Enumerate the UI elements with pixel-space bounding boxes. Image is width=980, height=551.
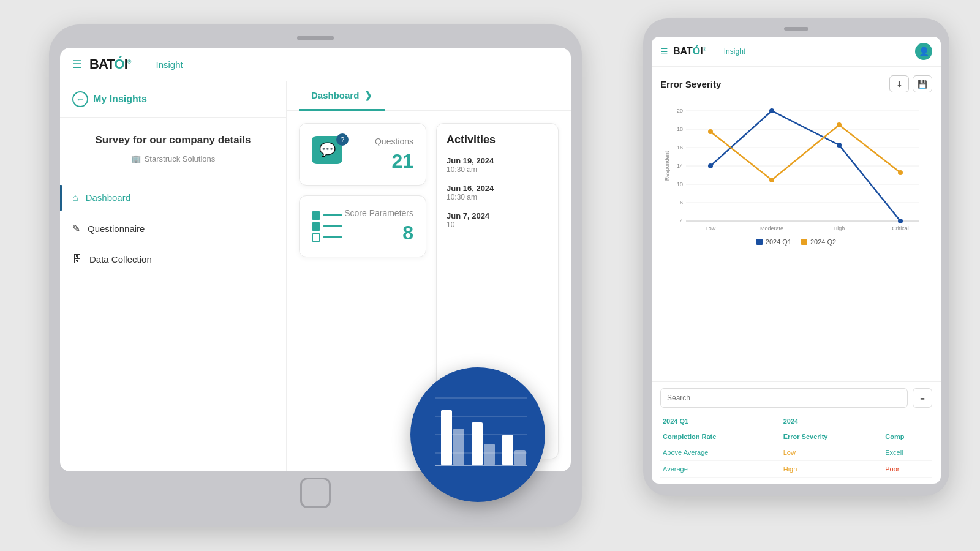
small-tablet-camera <box>784 27 809 31</box>
list-view-button[interactable]: ≡ <box>913 388 932 408</box>
building-icon: 🏢 <box>131 154 141 163</box>
questions-label: Questions <box>375 137 413 146</box>
home-icon: ⌂ <box>72 192 78 203</box>
th-empty <box>883 414 932 429</box>
q2-dot-moderate <box>769 178 774 182</box>
questions-value: 21 <box>375 150 413 173</box>
table-header-row: 2024 Q1 2024 <box>660 414 932 429</box>
activity-item-3: Jun 7, 2024 10 <box>447 211 548 229</box>
score-parameters-value: 8 <box>344 222 413 244</box>
svg-text:10: 10 <box>677 181 683 187</box>
activity-date-2: Jun 16, 2024 <box>447 184 548 193</box>
sidebar-item-dashboard[interactable]: ⌂ Dashboard <box>60 182 286 213</box>
checkbox-3 <box>312 233 320 242</box>
chart-buttons: ⬇ 💾 <box>889 75 932 92</box>
avatar[interactable]: 👤 <box>915 43 932 60</box>
line-chart: Respondent 20 18 16 14 <box>660 99 932 233</box>
activity-time-1: 10:30 am <box>447 165 548 174</box>
activity-item-1: Jun 19, 2024 10:30 am <box>447 156 548 174</box>
q1-dot-critical <box>898 219 903 223</box>
bar-chart-svg <box>423 386 533 484</box>
questions-info: Questions 21 <box>375 137 413 173</box>
activity-item-2: Jun 16, 2024 10:30 am <box>447 184 548 201</box>
score-parameters-info: Score Parameters 8 <box>344 208 413 244</box>
search-input[interactable] <box>667 394 901 402</box>
score-parameters-card: Score Parameters 8 <box>299 195 426 257</box>
company-name: Starstruck Solutions <box>145 154 216 163</box>
survey-title: Survey for our company details <box>72 132 274 148</box>
table-row: Average High Poor <box>660 461 932 478</box>
svg-text:Moderate: Moderate <box>760 225 783 231</box>
circle-badge <box>410 367 545 502</box>
q2-dot-low <box>708 129 713 134</box>
chart-title: Error Severity <box>660 79 721 89</box>
td-completion-rate-1: Above Average <box>660 444 781 461</box>
svg-text:20: 20 <box>677 108 683 114</box>
cards-column: 💬 ? Questions 21 <box>299 123 426 459</box>
td-error-severity-1: Low <box>781 444 883 461</box>
insight-label: Insight <box>156 59 183 70</box>
svg-text:18: 18 <box>677 126 683 132</box>
td-completion-rate-2: Average <box>660 461 781 478</box>
survey-company: 🏢 Starstruck Solutions <box>72 154 274 163</box>
td-comp-2: Poor <box>883 461 932 478</box>
questionnaire-icon: ✎ <box>72 223 80 234</box>
activities-title: Activities <box>447 133 548 146</box>
svg-text:4: 4 <box>680 218 683 224</box>
legend-q2-label: 2024 Q2 <box>810 238 836 246</box>
data-table: 2024 Q1 2024 Completion Rate Error Sever… <box>660 414 932 478</box>
home-button[interactable] <box>300 478 331 508</box>
small-insight-label: Insight <box>724 47 745 56</box>
svg-text:14: 14 <box>677 163 683 169</box>
td-error-severity-2: High <box>781 461 883 478</box>
small-tablet-screen: ☰ BATÓI® Insight 👤 Error Severity ⬇ 💾 <box>652 37 941 484</box>
table-row: Above Average Low Excell <box>660 444 932 461</box>
dashboard-label: Dashboard <box>86 192 130 203</box>
my-insights-button[interactable]: ← My Insights <box>60 81 286 118</box>
header-divider <box>143 57 143 72</box>
th-2024: 2024 <box>781 414 883 429</box>
questions-icon-area: 💬 ? <box>312 136 349 173</box>
svg-text:Critical: Critical <box>892 225 909 231</box>
svg-text:High: High <box>834 225 845 231</box>
th-q1: 2024 Q1 <box>660 414 781 429</box>
sidebar-item-data-collection[interactable]: 🗄 Data Collection <box>60 244 286 275</box>
search-input-wrap[interactable] <box>660 388 908 408</box>
small-app-header: ☰ BATÓI® Insight 👤 <box>652 37 941 67</box>
legend-q1: 2024 Q1 <box>756 238 791 246</box>
activity-time-2: 10:30 am <box>447 193 548 201</box>
tablet-small: ☰ BATÓI® Insight 👤 Error Severity ⬇ 💾 <box>643 18 949 496</box>
sidebar: ← My Insights Survey for our company det… <box>60 81 287 471</box>
bar-3 <box>472 422 483 465</box>
questions-card: 💬 ? Questions 21 <box>299 123 426 186</box>
download-button[interactable]: ⬇ <box>889 75 909 92</box>
bar-2 <box>453 429 464 465</box>
chart-section: Error Severity ⬇ 💾 Respondent <box>652 67 941 381</box>
sidebar-item-questionnaire[interactable]: ✎ Questionnaire <box>60 213 286 244</box>
questionnaire-label: Questionnaire <box>88 223 145 234</box>
checkbox-1 <box>312 211 320 220</box>
td-comp-1: Excell <box>883 444 932 461</box>
menu-icon[interactable]: ☰ <box>72 58 82 71</box>
bar-5 <box>502 435 513 465</box>
activity-time-3: 10 <box>447 220 548 229</box>
chart-svg: Respondent 20 18 16 14 <box>660 99 932 233</box>
score-line-3 <box>323 236 342 238</box>
save-button[interactable]: 💾 <box>913 75 932 92</box>
tab-dashboard[interactable]: Dashboard ❯ <box>299 81 385 110</box>
bar-1 <box>441 410 452 465</box>
legend-q1-dot <box>756 239 763 245</box>
score-icon-area <box>312 212 342 241</box>
activity-date-3: Jun 7, 2024 <box>447 211 548 220</box>
q2-line <box>710 125 900 180</box>
tablet-camera <box>297 36 334 40</box>
small-menu-icon[interactable]: ☰ <box>660 47 668 56</box>
score-line-1 <box>323 214 342 216</box>
my-insights-label: My Insights <box>93 94 147 105</box>
score-parameters-label: Score Parameters <box>344 208 413 218</box>
svg-text:6: 6 <box>680 200 683 206</box>
th-comp: Comp <box>883 429 932 444</box>
th-error-severity: Error Severity <box>781 429 883 444</box>
legend-q1-label: 2024 Q1 <box>766 238 791 246</box>
chart-legend: 2024 Q1 2024 Q2 <box>660 238 932 246</box>
